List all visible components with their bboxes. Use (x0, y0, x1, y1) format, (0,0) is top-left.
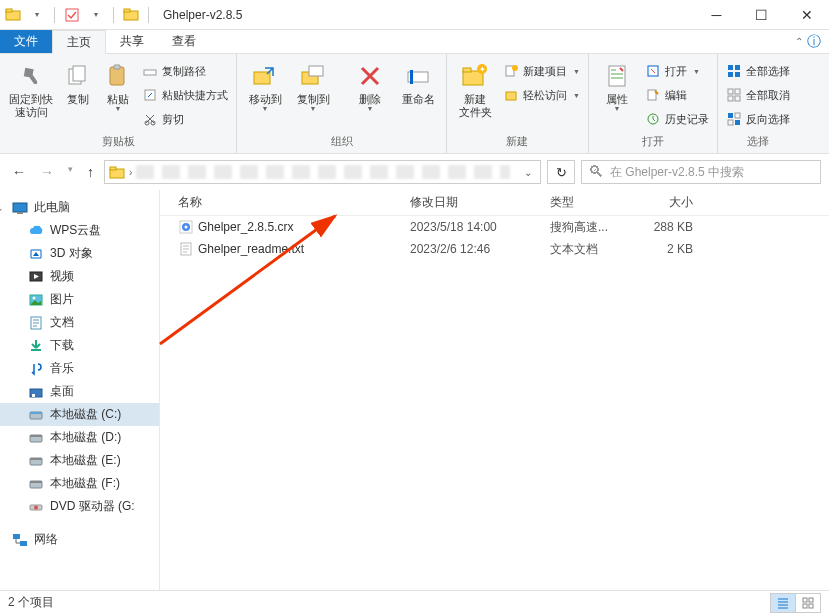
tab-home[interactable]: 主页 (52, 30, 106, 54)
column-type[interactable]: 类型 (550, 194, 635, 211)
search-input[interactable]: 🔍︎ 在 Ghelper-v2.8.5 中搜索 (581, 160, 821, 184)
svg-rect-9 (144, 70, 156, 75)
sidebar-item[interactable]: 图片 (0, 288, 159, 311)
sidebar-item[interactable]: 本地磁盘 (D:) (0, 426, 159, 449)
collapse-ribbon-icon[interactable]: ⌃ (795, 36, 803, 47)
svg-rect-1 (6, 9, 12, 12)
chevron-down-icon[interactable]: ▾ (85, 4, 107, 26)
tab-share[interactable]: 共享 (106, 30, 158, 53)
close-button[interactable]: ✕ (784, 0, 829, 30)
address-bar: ← → ▾ ↑ › ⌄ ↻ 🔍︎ 在 Ghelper-v2.8.5 中搜索 (0, 154, 829, 190)
svg-rect-38 (735, 113, 740, 118)
sidebar-item-network[interactable]: › 网络 (0, 528, 159, 551)
history-button[interactable]: 历史记录 (643, 108, 711, 130)
delete-button[interactable]: 删除▼ (348, 58, 392, 112)
sidebar-item-label: 本地磁盘 (F:) (50, 475, 120, 492)
rename-button[interactable]: 重命名 (396, 58, 440, 106)
table-row[interactable]: Ghelper_readme.txt2023/2/6 12:46文本文档2 KB (160, 238, 829, 260)
refresh-button[interactable]: ↻ (547, 160, 575, 184)
table-row[interactable]: Ghelper_2.8.5.crx2023/5/18 14:00搜狗高速...2… (160, 216, 829, 238)
column-date[interactable]: 修改日期 (410, 194, 550, 211)
sidebar-item[interactable]: 音乐 (0, 357, 159, 380)
back-button[interactable]: ← (12, 164, 26, 180)
tab-file[interactable]: 文件 (0, 30, 52, 53)
window-controls: ─ ☐ ✕ (694, 0, 829, 30)
navigation-pane[interactable]: ⌄ 此电脑 WPS云盘3D 对象视频图片文档下载音乐桌面本地磁盘 (C:)本地磁… (0, 190, 160, 590)
nav-icon (28, 246, 44, 262)
open-button[interactable]: 打开 ▼ (643, 60, 711, 82)
sidebar-item[interactable]: WPS云盘 (0, 219, 159, 242)
forward-button[interactable]: → (40, 164, 54, 180)
minimize-button[interactable]: ─ (694, 0, 739, 30)
file-list[interactable]: 名称 修改日期 类型 大小 Ghelper_2.8.5.crx2023/5/18… (160, 190, 829, 590)
chevron-down-icon[interactable]: ▾ (26, 4, 48, 26)
sidebar-item[interactable]: 本地磁盘 (E:) (0, 449, 159, 472)
nav-icon (28, 338, 44, 354)
svg-rect-50 (32, 394, 35, 397)
sidebar-item[interactable]: 下载 (0, 334, 159, 357)
svg-rect-8 (114, 65, 120, 69)
nav-icon (28, 476, 44, 492)
chevron-down-icon[interactable]: ⌄ (520, 167, 536, 178)
moveto-button[interactable]: 移动到▼ (243, 58, 287, 112)
tab-view[interactable]: 查看 (158, 30, 210, 53)
view-details-button[interactable] (770, 593, 796, 613)
sidebar-item[interactable]: 桌面 (0, 380, 159, 403)
up-button[interactable]: ↑ (87, 164, 94, 180)
edit-button[interactable]: 编辑 (643, 84, 711, 106)
svg-rect-17 (410, 70, 413, 84)
status-bar: 2 个项目 (0, 590, 829, 614)
view-icons-button[interactable] (795, 593, 821, 613)
main-area: ⌄ 此电脑 WPS云盘3D 对象视频图片文档下载音乐桌面本地磁盘 (C:)本地磁… (0, 190, 829, 590)
ribbon-group-label: 剪贴板 (6, 132, 230, 153)
sidebar-item[interactable]: 文档 (0, 311, 159, 334)
sidebar-item-thispc[interactable]: ⌄ 此电脑 (0, 196, 159, 219)
selectall-button[interactable]: 全部选择 (724, 60, 792, 82)
breadcrumb[interactable]: › ⌄ (104, 160, 541, 184)
easyaccess-button[interactable]: 轻松访问 ▼ (501, 84, 582, 106)
breadcrumb-path[interactable] (136, 165, 510, 179)
copy-button[interactable]: 复制 (60, 58, 96, 106)
file-size: 2 KB (635, 242, 705, 256)
sidebar-item-label: DVD 驱动器 (G: (50, 498, 135, 515)
nav-icon (28, 384, 44, 400)
maximize-button[interactable]: ☐ (739, 0, 784, 30)
svg-rect-70 (803, 604, 807, 608)
properties-button[interactable]: 属性▼ (595, 58, 639, 112)
file-type: 文本文档 (550, 241, 635, 258)
invert-button[interactable]: 反向选择 (724, 108, 792, 130)
newfolder-button[interactable]: ✦ 新建 文件夹 (453, 58, 497, 119)
svg-rect-56 (30, 458, 42, 460)
sidebar-item[interactable]: 本地磁盘 (F:) (0, 472, 159, 495)
sidebar-item[interactable]: DVD 驱动器 (G: (0, 495, 159, 518)
column-size[interactable]: 大小 (635, 194, 705, 211)
cut-button[interactable]: 剪切 (140, 108, 230, 130)
pin-button[interactable]: 固定到快 速访问 (6, 58, 56, 119)
copyto-button[interactable]: 复制到▼ (291, 58, 335, 112)
column-headers[interactable]: 名称 修改日期 类型 大小 (160, 190, 829, 216)
paste-button[interactable]: 粘贴 ▼ (100, 58, 136, 112)
expand-icon[interactable]: ⌄ (0, 203, 6, 213)
nav-icon (28, 499, 44, 515)
sidebar-item[interactable]: 本地磁盘 (C:) (0, 403, 159, 426)
sidebar-item[interactable]: 视频 (0, 265, 159, 288)
newitem-button[interactable]: 新建项目 ▼ (501, 60, 582, 82)
copypath-button[interactable]: 复制路径 (140, 60, 230, 82)
nav-icon (28, 361, 44, 377)
nav-icon (28, 269, 44, 285)
checkbox-icon[interactable] (61, 4, 83, 26)
sidebar-item[interactable]: 3D 对象 (0, 242, 159, 265)
recent-dropdown[interactable]: ▾ (68, 164, 73, 180)
pasteshortcut-button[interactable]: 粘贴快捷方式 (140, 84, 230, 106)
nav-icon (28, 407, 44, 423)
column-name[interactable]: 名称 (160, 194, 410, 211)
svg-rect-69 (809, 598, 813, 602)
selectnone-button[interactable]: 全部取消 (724, 84, 792, 106)
sidebar-item-label: 图片 (50, 291, 74, 308)
folder-icon (120, 4, 142, 26)
svg-rect-71 (809, 604, 813, 608)
help-icon[interactable]: ⓘ (807, 33, 821, 51)
sidebar-item-label: WPS云盘 (50, 222, 101, 239)
ribbon-group-label: 组织 (243, 132, 440, 153)
expand-icon[interactable]: › (0, 535, 6, 545)
